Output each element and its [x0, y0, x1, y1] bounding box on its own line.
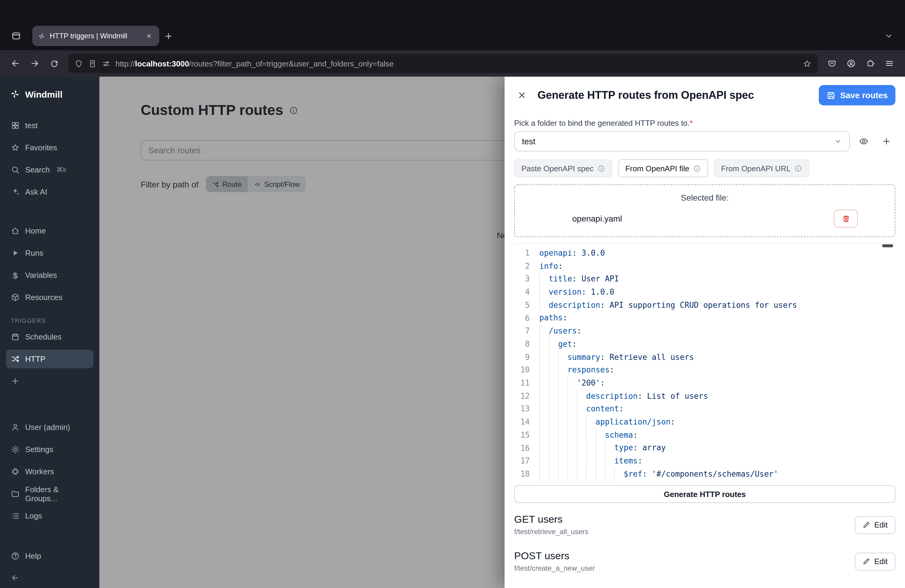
sidebar-item-schedules[interactable]: Schedules — [6, 327, 94, 346]
url-bar[interactable]: http://localhost:3000/routes?filter_path… — [68, 54, 818, 73]
page-info-icon[interactable] — [88, 59, 97, 68]
back-button[interactable] — [6, 54, 25, 72]
tab-favicon-icon — [38, 32, 46, 40]
tab-from-openapi-file[interactable]: From OpenAPI file — [618, 159, 708, 177]
windmill-logo-icon — [10, 89, 21, 99]
code-line: description: List of users — [539, 389, 895, 402]
code-editor[interactable]: 123456789101112131415161718 openapi: 3.0… — [514, 243, 895, 480]
sidebar-item-resources[interactable]: Resources — [6, 288, 94, 307]
sidebar-item-ask-ai[interactable]: Ask AI — [6, 183, 94, 201]
add-trigger-button[interactable] — [6, 372, 94, 390]
generate-routes-drawer: Generate HTTP routes from OpenAPI spec S… — [505, 77, 905, 588]
sidebar-item-help[interactable]: Help — [6, 547, 94, 565]
code-editor-lines: openapi: 3.0.0info: title: User API vers… — [539, 247, 895, 480]
collapse-sidebar-button[interactable] — [6, 574, 94, 583]
sidebar-item-label: User (admin) — [25, 423, 70, 432]
drawer-backdrop[interactable] — [99, 77, 505, 588]
pocket-icon[interactable] — [823, 54, 841, 72]
arrow-left-icon — [11, 574, 19, 582]
sidebar-item-workers[interactable]: Workers — [6, 462, 94, 481]
code-line: '200': — [539, 377, 895, 389]
close-drawer-button[interactable] — [514, 87, 530, 103]
sidebar-item-label: Help — [25, 551, 41, 561]
sparkles-icon — [11, 188, 20, 196]
code-line: paths: — [539, 311, 895, 324]
selected-file-label: Selected file: — [524, 193, 885, 202]
sidebar-item-favorites[interactable]: Favorites — [6, 138, 94, 157]
url-scheme: http:// — [116, 59, 135, 68]
save-floppy-icon — [826, 91, 835, 100]
list-icon — [11, 511, 20, 520]
tab-close-icon[interactable]: × — [144, 31, 154, 41]
triggers-section-label: TRIGGERS — [11, 317, 89, 324]
route-icon — [11, 354, 20, 364]
home-icon — [11, 226, 20, 235]
sidebar-item-settings[interactable]: Settings — [6, 440, 94, 459]
forward-button[interactable] — [26, 54, 44, 72]
sidebar-group-workspace: test Favorites Search ⌘k Ask AI — [6, 116, 94, 201]
spec-source-tabs: Paste OpenAPI spec From OpenAPI file Fro… — [514, 159, 895, 177]
pencil-icon — [862, 558, 870, 565]
remove-file-button[interactable] — [834, 210, 858, 227]
route-item: GET users f/test/retrieve_all_users Edit — [514, 514, 895, 536]
sidebar-item-label: Favorites — [25, 143, 57, 152]
sidebar-group-nav: Home Runs $ Variables Resources — [6, 222, 94, 307]
generate-http-routes-button[interactable]: Generate HTTP routes — [514, 485, 895, 503]
sidebar-item-folders-groups[interactable]: Folders & Groups... — [6, 485, 94, 503]
menu-hamburger-icon[interactable] — [880, 54, 899, 72]
tab-paste-openapi-spec[interactable]: Paste OpenAPI spec — [514, 159, 612, 177]
folder-select[interactable]: test — [514, 131, 850, 151]
sidebar-item-workspace[interactable]: test — [6, 116, 94, 135]
account-icon[interactable] — [842, 54, 860, 72]
workspace-brand[interactable]: Windmill — [6, 84, 94, 103]
browser-toolbar: http://localhost:3000/routes?filter_path… — [0, 50, 905, 77]
save-routes-button[interactable]: Save routes — [819, 85, 895, 105]
sidebar-item-logs[interactable]: Logs — [6, 507, 94, 525]
extensions-puzzle-icon[interactable] — [861, 54, 879, 72]
code-line: content: — [539, 403, 895, 416]
sidebar-item-label: test — [25, 121, 38, 130]
tracking-protection-shield-icon[interactable] — [74, 59, 83, 68]
editor-scrollbar-thumb[interactable] — [882, 244, 893, 247]
browser-tab[interactable]: HTTP triggers | Windmill × — [32, 26, 159, 46]
edit-route-button[interactable]: Edit — [854, 552, 895, 571]
code-line: version: 1.0.0 — [539, 286, 895, 299]
sidebar-item-runs[interactable]: Runs — [6, 244, 94, 262]
permissions-icon[interactable] — [102, 59, 111, 68]
line-number: 6 — [514, 311, 530, 324]
line-number: 9 — [514, 351, 530, 364]
sidebar-item-search[interactable]: Search ⌘k — [6, 161, 94, 179]
line-number: 17 — [514, 455, 530, 468]
sidebar-item-label: Variables — [25, 271, 57, 280]
line-number: 5 — [514, 299, 530, 311]
sidebar: Windmill test Favorites Search ⌘k — [0, 77, 99, 588]
sidebar-item-user[interactable]: User (admin) — [6, 418, 94, 437]
sidebar-item-label: Resources — [25, 293, 62, 302]
add-folder-button[interactable] — [878, 132, 895, 150]
required-asterisk: * — [689, 119, 692, 127]
sidebar-item-http[interactable]: HTTP — [6, 350, 94, 368]
save-routes-label: Save routes — [840, 91, 888, 100]
bookmark-star-icon[interactable] — [803, 59, 811, 68]
edit-route-button[interactable]: Edit — [854, 516, 895, 534]
url-path: /routes?filter_path_of=trigger&user_and_… — [189, 59, 394, 68]
reload-button[interactable] — [45, 54, 63, 72]
sidebar-item-label: HTTP — [25, 354, 46, 364]
tab-title: HTTP triggers | Windmill — [50, 32, 140, 40]
sidebar-item-label: Settings — [25, 445, 53, 454]
firefox-view-icon[interactable] — [7, 27, 25, 45]
view-folder-button[interactable] — [855, 132, 873, 150]
edit-label: Edit — [874, 557, 888, 566]
line-number: 1 — [514, 247, 530, 259]
sidebar-item-home[interactable]: Home — [6, 222, 94, 240]
chevron-down-icon — [834, 137, 842, 146]
code-line: get: — [539, 338, 895, 351]
tab-list-chevron-icon[interactable] — [880, 27, 898, 45]
tab-from-openapi-url[interactable]: From OpenAPI URL — [714, 159, 809, 177]
new-tab-button[interactable] — [159, 27, 177, 45]
sidebar-item-variables[interactable]: $ Variables — [6, 266, 94, 284]
code-line: items: — [539, 455, 895, 467]
play-icon — [11, 248, 20, 257]
sidebar-item-label: Workers — [25, 467, 54, 476]
pencil-icon — [862, 521, 870, 529]
